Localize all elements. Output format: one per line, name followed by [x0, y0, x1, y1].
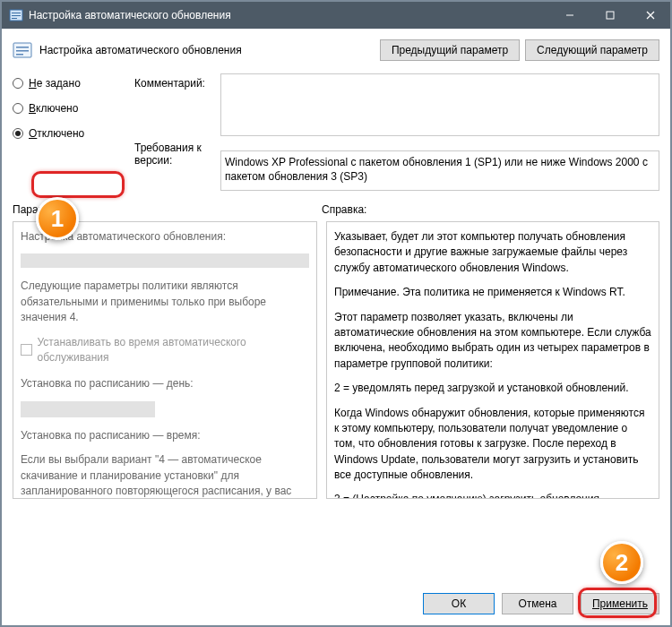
checkbox-label: Устанавливать во время автоматического о…: [38, 335, 309, 366]
radio-disabled-label: О: [29, 127, 37, 140]
svg-rect-1: [12, 13, 21, 13]
help-p1: Указывает, будет ли этот компьютер получ…: [334, 229, 651, 276]
svg-rect-11: [16, 54, 23, 56]
svg-rect-5: [607, 12, 614, 19]
svg-rect-10: [16, 50, 29, 52]
cancel-button[interactable]: Отмена: [502, 593, 573, 614]
radio-icon: [13, 103, 23, 114]
schedule-day-label: Установка по расписанию — день:: [21, 376, 309, 391]
apply-button[interactable]: Применить: [581, 593, 659, 614]
schedule-day-dropdown[interactable]: [21, 401, 155, 417]
radio-not-configured[interactable]: Не задано: [13, 77, 129, 90]
radio-enabled-label: В: [29, 102, 36, 115]
radio-enabled[interactable]: Включено: [13, 102, 129, 115]
options-heading: Настройка автоматического обновления:: [21, 229, 309, 245]
maximize-button[interactable]: [590, 2, 630, 29]
options-dropdown[interactable]: [21, 253, 309, 268]
comment-textarea[interactable]: [220, 73, 659, 136]
previous-setting-button[interactable]: Предыдущий параметр: [380, 39, 520, 61]
options-section-label: Параметры:: [13, 203, 322, 216]
supported-label: Требования к версии:: [134, 142, 215, 167]
help-section-label: Справка:: [322, 203, 366, 216]
svg-rect-3: [12, 18, 17, 19]
ok-button[interactable]: ОК: [423, 593, 495, 614]
page-title: Настройка автоматического обновления: [39, 44, 380, 56]
window-title: Настройка автоматического обновления: [29, 9, 549, 21]
radio-not-configured-label: Н: [29, 77, 37, 90]
policy-icon: [9, 8, 23, 22]
titlebar: Настройка автоматического обновления: [2, 2, 670, 29]
radio-icon: [13, 128, 23, 139]
svg-rect-9: [16, 47, 29, 48]
close-button[interactable]: [630, 2, 670, 29]
next-setting-button[interactable]: Следующий параметр: [525, 39, 659, 61]
schedule-time-label: Установка по расписанию — время:: [21, 428, 309, 443]
radio-icon: [13, 78, 23, 89]
install-during-maintenance-checkbox[interactable]: Устанавливать во время автоматического о…: [21, 335, 309, 366]
minimize-button[interactable]: [549, 2, 590, 29]
svg-rect-2: [12, 15, 21, 16]
supported-on-box: Windows XP Professional с пакетом обновл…: [220, 150, 659, 191]
help-p4: 2 = уведомлять перед загрузкой и установ…: [334, 381, 651, 396]
help-p2: Примечание. Эта политика не применяется …: [334, 285, 651, 300]
policy-large-icon: [13, 40, 32, 60]
help-p5: Когда Windows обнаружит обновления, кото…: [334, 406, 651, 484]
help-p6: 3 = (Настройка по умолчанию) загрузить о…: [334, 492, 651, 499]
checkbox-icon: [21, 344, 32, 356]
options-footnote: Если вы выбрали вариант "4 — автоматичес…: [21, 452, 309, 499]
comment-label: Комментарий:: [134, 77, 215, 90]
help-pane: Указывает, будет ли этот компьютер получ…: [326, 221, 659, 499]
help-p3: Этот параметр позволяет указать, включен…: [334, 310, 651, 373]
options-pane: Настройка автоматического обновления: Сл…: [13, 221, 317, 499]
options-note: Следующие параметры политики являются об…: [21, 279, 309, 325]
radio-disabled[interactable]: Отключено: [13, 127, 129, 140]
